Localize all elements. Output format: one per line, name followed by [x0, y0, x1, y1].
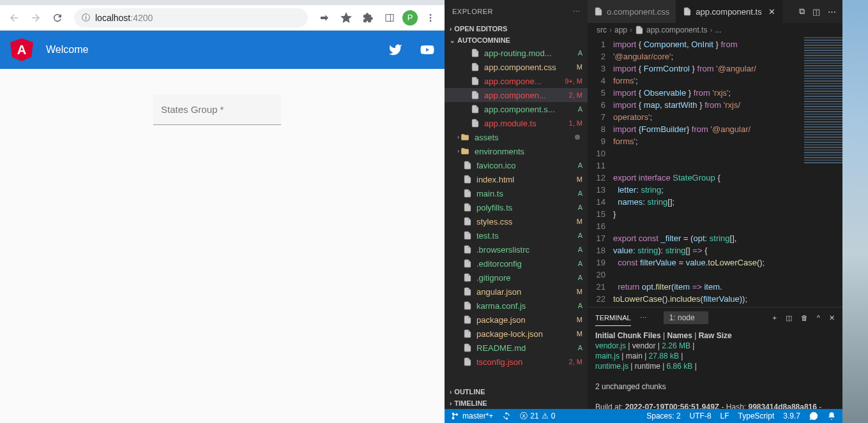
breadcrumb-item[interactable]: app: [614, 26, 627, 34]
bookmark-button[interactable]: [337, 9, 355, 27]
sync-status[interactable]: [502, 412, 511, 420]
file-item[interactable]: app.compone...9+, M: [445, 74, 588, 88]
terminal-select[interactable]: 1: node: [664, 311, 708, 324]
close-terminal-button[interactable]: ✕: [829, 314, 835, 322]
terminal-more-button[interactable]: ⋯: [640, 314, 647, 322]
profile-avatar[interactable]: P: [402, 10, 418, 26]
file-item[interactable]: README.mdA: [445, 341, 588, 355]
more-actions-button[interactable]: ⋯: [828, 7, 836, 17]
new-terminal-button[interactable]: +: [772, 314, 776, 322]
kill-terminal-button[interactable]: 🗑: [801, 314, 808, 322]
chevron-right-icon: ›: [457, 148, 459, 154]
problems-status[interactable]: ⓧ 21 ⚠ 0: [520, 411, 555, 422]
file-item[interactable]: package-lock.jsonM: [445, 327, 588, 341]
breadcrumb-item[interactable]: app.component.ts: [646, 26, 707, 34]
branch-status[interactable]: master*+: [451, 412, 493, 420]
line-gutter: 1234567891011121314151617181920212223: [588, 37, 613, 307]
folder-icon: [461, 147, 471, 156]
breadcrumb-item[interactable]: src: [597, 26, 607, 34]
file-status: M: [577, 316, 582, 323]
file-item[interactable]: angular.jsonM: [445, 285, 588, 299]
file-item[interactable]: app.module.ts1, M: [445, 116, 588, 130]
folder-name: environments: [475, 147, 582, 156]
sidepanel-button[interactable]: [381, 9, 399, 27]
file-status: A: [578, 232, 582, 239]
split-terminal-button[interactable]: ◫: [786, 314, 792, 322]
terminal-tab[interactable]: TERMINAL: [595, 310, 631, 326]
file-status: M: [577, 218, 582, 225]
file-item[interactable]: app.component.s...A: [445, 102, 588, 116]
browser-tabstrip: [0, 0, 445, 5]
file-item[interactable]: main.tsA: [445, 186, 588, 200]
breadcrumb-separator: ›: [630, 26, 632, 34]
reload-button[interactable]: [49, 9, 66, 27]
twitter-icon[interactable]: [388, 43, 402, 57]
terminal-header: TERMINAL ⋯ 1: node + ◫ 🗑 ^ ✕: [588, 308, 842, 328]
file-item[interactable]: test.tsA: [445, 228, 588, 242]
panel-icon: [385, 13, 395, 23]
states-group-input[interactable]: [153, 94, 281, 125]
project-section[interactable]: ⌄AUTOCOMNINE: [445, 34, 588, 46]
file-item[interactable]: app.componen...2, M: [445, 88, 588, 102]
file-icon: [462, 175, 473, 184]
language-status[interactable]: TypeScript: [738, 412, 775, 420]
url-text: localhost:4200: [95, 13, 153, 23]
file-item[interactable]: tsconfig.json2, M: [445, 355, 588, 369]
breadcrumb[interactable]: src›app›app.component.ts›...: [588, 23, 842, 37]
spaces-status[interactable]: Spaces: 2: [646, 412, 680, 420]
outline-section[interactable]: ›OUTLINE: [445, 386, 588, 397]
status-right: Spaces: 2 UTF-8 LF TypeScript 3.9.7: [646, 412, 836, 420]
file-item[interactable]: karma.conf.jsA: [445, 299, 588, 313]
editor-tab[interactable]: app.component.ts✕: [676, 0, 782, 23]
file-item[interactable]: index.htmlM: [445, 172, 588, 186]
close-tab-button[interactable]: ✕: [768, 7, 775, 17]
folder-item[interactable]: ›environments: [445, 144, 588, 158]
open-editors-section[interactable]: ›OPEN EDITORS: [445, 23, 588, 34]
page-content: A Welcome: [0, 31, 445, 423]
file-item[interactable]: .browserslistrcA: [445, 242, 588, 256]
split-editor-button[interactable]: ◫: [812, 7, 820, 17]
file-item[interactable]: app.component.cssM: [445, 60, 588, 74]
file-icon: [470, 119, 480, 128]
file-item[interactable]: favicon.icoA: [445, 158, 588, 172]
file-name: polyfills.ts: [476, 203, 575, 212]
file-icon: [470, 48, 480, 57]
file-icon: [635, 26, 644, 34]
file-icon: [683, 7, 692, 16]
menu-button[interactable]: [422, 9, 439, 27]
editor-tab[interactable]: o.component.css: [588, 0, 676, 23]
file-item[interactable]: app-routing.mod...A: [445, 46, 588, 60]
eol-status[interactable]: LF: [720, 412, 729, 420]
timeline-section[interactable]: ›TIMELINE: [445, 397, 588, 409]
code-editor[interactable]: 1234567891011121314151617181920212223 im…: [588, 37, 842, 307]
file-item[interactable]: polyfills.tsA: [445, 200, 588, 214]
address-bar[interactable]: ⓘ localhost:4200: [74, 8, 308, 27]
minimap[interactable]: [804, 37, 842, 307]
file-status: 9+, M: [565, 77, 582, 85]
feedback-button[interactable]: [809, 412, 818, 420]
forward-button[interactable]: [27, 9, 45, 27]
compare-button[interactable]: ⧉: [799, 6, 805, 17]
folder-item[interactable]: ›assets: [445, 130, 588, 144]
youtube-icon[interactable]: [420, 43, 434, 57]
file-name: karma.conf.js: [476, 301, 575, 311]
file-item[interactable]: .editorconfigA: [445, 256, 588, 271]
file-status: A: [578, 274, 582, 281]
maximize-terminal-button[interactable]: ^: [817, 314, 820, 322]
file-item[interactable]: .gitignoreA: [445, 271, 588, 285]
explorer-more-button[interactable]: ⋯: [573, 8, 581, 16]
breadcrumb-item[interactable]: ...: [715, 26, 721, 34]
terminal-output[interactable]: Initial Chunk Files | Names | Raw Sizeve…: [588, 328, 842, 409]
file-icon: [462, 189, 473, 198]
extensions-button[interactable]: [359, 9, 377, 27]
share-button[interactable]: [316, 9, 333, 27]
code-content[interactable]: import { Component, OnInit } from'@angul…: [613, 37, 804, 307]
ts-version-status[interactable]: 3.9.7: [783, 412, 800, 420]
notifications-button[interactable]: [827, 412, 836, 420]
file-item[interactable]: styles.cssM: [445, 214, 588, 228]
back-button[interactable]: [5, 9, 23, 27]
encoding-status[interactable]: UTF-8: [690, 412, 712, 420]
file-item[interactable]: package.jsonM: [445, 313, 588, 327]
reload-icon: [52, 12, 63, 24]
share-icon: [319, 13, 330, 23]
